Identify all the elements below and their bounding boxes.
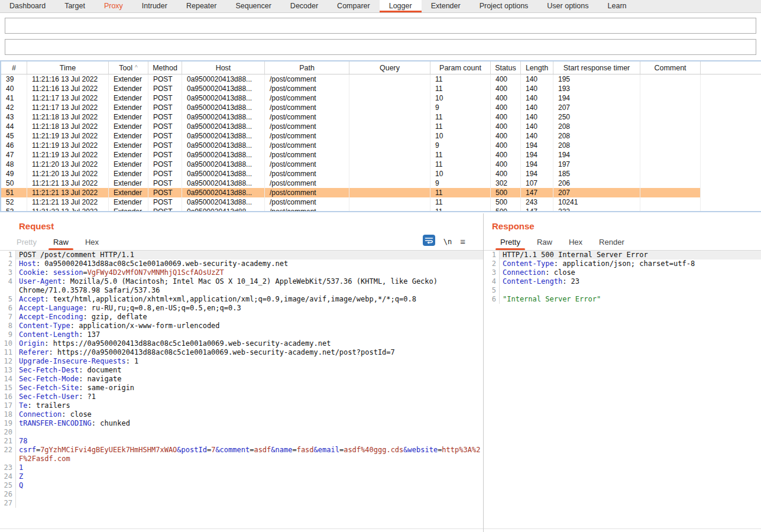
log-row-49[interactable]: 4911:21:20 13 Jul 2022ExtenderPOST0a9500… bbox=[1, 169, 761, 179]
cell-comment bbox=[640, 160, 700, 169]
menu-item-learn[interactable]: Learn bbox=[598, 0, 636, 12]
cell-filler bbox=[700, 103, 761, 112]
cell-tool: Extender bbox=[108, 93, 148, 103]
menu-item-intruder[interactable]: Intruder bbox=[132, 0, 177, 12]
menu-item-target[interactable]: Target bbox=[55, 0, 95, 12]
cell-host: 0a9500020413d88... bbox=[182, 122, 264, 131]
request-tab-hex[interactable]: Hex bbox=[77, 233, 107, 250]
column-header-param-count[interactable]: Param count bbox=[430, 61, 490, 74]
cell-id: 52 bbox=[1, 197, 27, 207]
response-editor[interactable]: 1HTTP/1.1 500 Internal Server Error2Cont… bbox=[484, 251, 761, 529]
cell-tool: Extender bbox=[108, 131, 148, 141]
menu-item-project-options[interactable]: Project options bbox=[470, 0, 538, 12]
cell-param_count: 11 bbox=[430, 84, 490, 93]
column-header-hash[interactable]: # bbox=[1, 61, 27, 74]
cell-timer: 195 bbox=[553, 74, 640, 84]
menu-item-sequencer[interactable]: Sequencer bbox=[226, 0, 280, 12]
log-row-52[interactable]: 5211:21:21 13 Jul 2022ExtenderPOST0a9500… bbox=[1, 197, 761, 207]
line-text: 1 bbox=[16, 463, 483, 472]
log-row-42[interactable]: 4211:21:17 13 Jul 2022ExtenderPOST0a9500… bbox=[1, 103, 761, 112]
log-row-40[interactable]: 4011:21:16 13 Jul 2022ExtenderPOST0a9500… bbox=[1, 84, 761, 93]
log-row-43[interactable]: 4311:21:18 13 Jul 2022ExtenderPOST0a9500… bbox=[1, 112, 761, 122]
menu-item-proxy[interactable]: Proxy bbox=[95, 0, 132, 12]
log-row-50[interactable]: 5011:21:21 13 Jul 2022ExtenderPOST0a9500… bbox=[1, 179, 761, 188]
cell-id: 44 bbox=[1, 122, 27, 131]
response-tab-hex[interactable]: Hex bbox=[561, 233, 591, 250]
menu-item-decoder[interactable]: Decoder bbox=[281, 0, 328, 12]
line-text: Sec-Fetch-User: ?1 bbox=[16, 392, 483, 401]
line-number: 19 bbox=[0, 419, 16, 428]
request-tab-raw[interactable]: Raw bbox=[45, 233, 77, 250]
cell-comment bbox=[640, 150, 700, 160]
cell-param_count: 10 bbox=[430, 93, 490, 103]
request-tab-pretty[interactable]: Pretty bbox=[8, 233, 45, 250]
editor-line-1: 1HTTP/1.1 500 Internal Server Error bbox=[484, 251, 761, 259]
line-text: "Internal Server Error" bbox=[500, 295, 761, 304]
cell-query bbox=[349, 112, 430, 122]
column-header-time[interactable]: Time bbox=[27, 61, 108, 74]
column-header-status[interactable]: Status bbox=[490, 61, 520, 74]
view-filter-bar[interactable]: View filter: Showing all items bbox=[5, 39, 756, 55]
newline-marker-icon[interactable]: \n bbox=[443, 238, 452, 246]
line-number: 10 bbox=[0, 339, 16, 348]
cell-time: 11:21:18 13 Jul 2022 bbox=[27, 122, 108, 131]
cell-filler bbox=[700, 74, 761, 84]
editor-line-2: 2Content-Type: application/json; charset… bbox=[484, 259, 761, 268]
cell-path: /post/comment bbox=[264, 150, 349, 160]
cell-tool: Extender bbox=[108, 122, 148, 131]
menu-item-logger[interactable]: Logger bbox=[380, 0, 422, 12]
menu-item-dashboard[interactable]: Dashboard bbox=[0, 0, 55, 12]
log-row-48[interactable]: 4811:21:20 13 Jul 2022ExtenderPOST0a9500… bbox=[1, 160, 761, 169]
cell-method: POST bbox=[148, 160, 182, 169]
log-row-46[interactable]: 4611:21:19 13 Jul 2022ExtenderPOST0a9500… bbox=[1, 141, 761, 150]
cell-filler bbox=[700, 207, 761, 212]
cell-time: 11:21:17 13 Jul 2022 bbox=[27, 103, 108, 112]
cell-status: 400 bbox=[490, 84, 520, 93]
column-header-path[interactable]: Path bbox=[264, 61, 349, 74]
cell-param_count: 9 bbox=[430, 103, 490, 112]
soft-wrap-icon[interactable] bbox=[423, 235, 435, 248]
menu-item-extender[interactable]: Extender bbox=[422, 0, 470, 12]
cell-time: 11:21:16 13 Jul 2022 bbox=[27, 74, 108, 84]
menu-item-comparer[interactable]: Comparer bbox=[328, 0, 380, 12]
cell-timer: 185 bbox=[553, 169, 640, 179]
cell-length: 243 bbox=[520, 197, 553, 207]
log-row-47[interactable]: 4711:21:19 13 Jul 2022ExtenderPOST0a9500… bbox=[1, 150, 761, 160]
response-tab-render[interactable]: Render bbox=[591, 233, 633, 250]
column-header-query[interactable]: Query bbox=[349, 61, 430, 74]
menu-item-repeater[interactable]: Repeater bbox=[177, 0, 226, 12]
column-header-start-response-timer[interactable]: Start response timer bbox=[553, 61, 640, 74]
column-header-tool[interactable]: Tool^ bbox=[108, 61, 148, 74]
column-header-comment[interactable]: Comment bbox=[640, 61, 700, 74]
editor-line-15: 15Sec-Fetch-Site: same-origin bbox=[0, 384, 483, 392]
column-header-method[interactable]: Method bbox=[148, 61, 182, 74]
log-row-39[interactable]: 3911:21:16 13 Jul 2022ExtenderPOST0a9500… bbox=[1, 74, 761, 84]
column-label: Query bbox=[380, 64, 400, 72]
line-text: Accept-Language: ru-RU,ru;q=0.8,en-US;q=… bbox=[16, 304, 483, 313]
response-tab-raw[interactable]: Raw bbox=[529, 233, 561, 250]
cell-host: 0a9500020413d88... bbox=[182, 207, 264, 212]
line-number: 16 bbox=[0, 392, 16, 401]
cell-host: 0a9500020413d88... bbox=[182, 131, 264, 141]
cell-time: 11:21:18 13 Jul 2022 bbox=[27, 112, 108, 122]
menu-item-user-options[interactable]: User options bbox=[537, 0, 598, 12]
log-row-45[interactable]: 4511:21:19 13 Jul 2022ExtenderPOST0a9500… bbox=[1, 131, 761, 141]
line-number: 21 bbox=[0, 437, 16, 446]
request-editor[interactable]: 1POST /post/comment HTTP/1.12Host: 0a950… bbox=[0, 251, 483, 529]
column-header-length[interactable]: Length bbox=[520, 61, 553, 74]
log-row-53[interactable]: 5311:21:22 13 Jul 2022ExtenderPOST0a9500… bbox=[1, 207, 761, 212]
response-tab-pretty[interactable]: Pretty bbox=[492, 233, 529, 250]
line-number: 18 bbox=[0, 410, 16, 419]
editor-line-9: 9Content-Length: 137 bbox=[0, 330, 483, 339]
column-header-host[interactable]: Host bbox=[182, 61, 264, 74]
log-row-44[interactable]: 4411:21:18 13 Jul 2022ExtenderPOST0a9500… bbox=[1, 122, 761, 131]
cell-filler bbox=[700, 197, 761, 207]
editor-menu-icon[interactable]: ≡ bbox=[460, 237, 465, 246]
cell-host: 0a9500020413d88... bbox=[182, 74, 264, 84]
cell-param_count: 10 bbox=[430, 169, 490, 179]
cell-host: 0a9500020413d88... bbox=[182, 93, 264, 103]
cell-timer: 197 bbox=[553, 160, 640, 169]
capture-filter-bar[interactable]: Capture filter: Logger memory limit set … bbox=[5, 18, 756, 34]
log-row-51[interactable]: 5111:21:21 13 Jul 2022ExtenderPOST0a9500… bbox=[1, 188, 761, 197]
log-row-41[interactable]: 4111:21:17 13 Jul 2022ExtenderPOST0a9500… bbox=[1, 93, 761, 103]
